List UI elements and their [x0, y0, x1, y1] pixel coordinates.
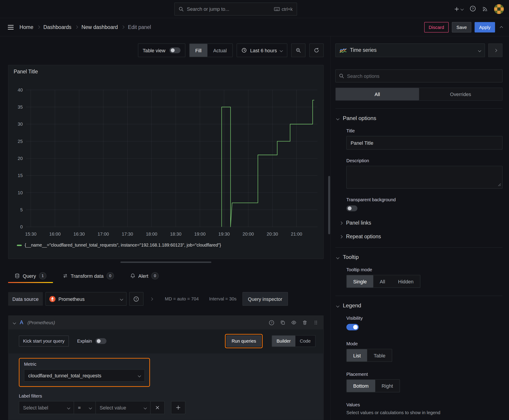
tooltip-header[interactable]: Tooltip	[335, 254, 502, 261]
metric-value: cloudflared_tunnel_total_requests	[28, 373, 101, 378]
panel-links-row[interactable]: Panel links	[340, 220, 502, 226]
keyboard-icon	[274, 7, 280, 11]
description-label: Description	[346, 158, 502, 163]
fill-option[interactable]: Fill	[190, 44, 207, 57]
prometheus-icon	[49, 296, 55, 302]
breadcrumb-new-dashboard[interactable]: New dashboard	[82, 24, 118, 30]
legend-series-label[interactable]: {__name__="cloudflared_tunnel_total_requ…	[25, 243, 221, 248]
values-field: Values Select values or calculations to …	[346, 402, 502, 415]
visualization-picker[interactable]: Time series	[335, 44, 485, 57]
grafana-logo[interactable]	[5, 3, 17, 15]
zoom-out-button[interactable]	[291, 44, 305, 57]
datasource-picker[interactable]: Prometheus	[45, 292, 127, 306]
help-button[interactable]	[470, 5, 476, 13]
tab-overrides[interactable]: Overrides	[419, 88, 502, 100]
select-label-dropdown[interactable]: Select label	[19, 401, 74, 414]
chevron-down-icon	[478, 49, 481, 52]
code-option[interactable]: Code	[295, 336, 315, 347]
search-input[interactable]	[187, 6, 270, 12]
svg-text:30: 30	[18, 122, 23, 127]
remove-filter-button[interactable]	[150, 401, 165, 414]
chart-legend: {__name__="cloudflared_tunnel_total_requ…	[8, 241, 323, 248]
tab-query[interactable]: Query 1	[8, 269, 53, 283]
datasource-help-button[interactable]	[129, 292, 144, 306]
collapse-query-icon[interactable]	[13, 321, 16, 324]
global-search[interactable]: ctrl+k	[174, 2, 297, 15]
query-help-icon[interactable]	[269, 320, 274, 325]
tab-transform-data[interactable]: Transform data 0	[56, 269, 121, 283]
collapse-header-button[interactable]	[500, 24, 502, 30]
add-filter-button[interactable]	[171, 401, 185, 414]
collapse-options-button[interactable]	[488, 44, 502, 57]
repeat-options-row[interactable]: Repeat options	[340, 233, 502, 239]
refresh-icon	[314, 48, 319, 53]
resize-corner-icon[interactable]	[498, 183, 501, 187]
values-label: Values	[346, 402, 502, 407]
builder-option[interactable]: Builder	[272, 336, 295, 347]
chevron-down-icon	[89, 406, 92, 409]
placement-right[interactable]: Right	[375, 380, 400, 392]
tab-alert[interactable]: Alert 0	[124, 269, 165, 283]
legend-mode-group: List Table	[346, 349, 392, 362]
chevron-right-icon	[494, 49, 497, 52]
user-avatar[interactable]	[494, 4, 504, 14]
transparent-background-toggle[interactable]	[346, 205, 357, 211]
select-label-placeholder: Select label	[23, 405, 48, 410]
legend-mode-list[interactable]: List	[347, 349, 367, 361]
placement-bottom[interactable]: Bottom	[347, 380, 375, 392]
tooltip-mode-group: Single All Hidden	[346, 275, 420, 288]
breadcrumb-dashboards[interactable]: Dashboards	[43, 24, 71, 30]
legend-mode-field: Mode List Table	[346, 341, 502, 362]
options-search[interactable]	[335, 69, 502, 82]
breadcrumb-bar: Home Dashboards New dashboard Edit panel…	[0, 18, 509, 36]
run-queries-button[interactable]: Run queries	[227, 336, 261, 347]
svg-text:20:00: 20:00	[243, 232, 254, 236]
chevron-down-icon	[336, 117, 339, 120]
actual-option[interactable]: Actual	[207, 44, 233, 57]
menu-toggle-button[interactable]	[8, 25, 14, 29]
add-menu-button[interactable]	[454, 6, 463, 11]
breadcrumb-home[interactable]: Home	[20, 24, 33, 30]
toggle-visibility-icon[interactable]	[291, 320, 296, 325]
refresh-button[interactable]	[309, 44, 324, 57]
duplicate-query-icon[interactable]	[280, 320, 285, 325]
tooltip-mode-single[interactable]: Single	[347, 275, 373, 288]
query-inspector-button[interactable]: Query inspector	[242, 292, 288, 306]
visualization-name: Time series	[350, 47, 377, 53]
legend-mode-table[interactable]: Table	[367, 349, 392, 361]
legend-header[interactable]: Legend	[335, 302, 502, 309]
bell-icon	[130, 273, 135, 278]
select-value-dropdown[interactable]: Select value	[95, 401, 151, 414]
resize-handle[interactable]	[121, 262, 211, 263]
tab-all[interactable]: All	[336, 88, 419, 100]
kick-start-button[interactable]: Kick start your query	[19, 336, 69, 347]
apply-button[interactable]: Apply	[475, 22, 495, 32]
description-textarea[interactable]	[346, 166, 502, 188]
panel-title-input[interactable]	[346, 136, 502, 150]
table-view-toggle[interactable]	[169, 47, 180, 53]
datasource-expand-button[interactable]	[146, 298, 157, 300]
save-button[interactable]: Save	[452, 22, 471, 32]
query-row-header[interactable]: A (Prometheus)	[8, 316, 323, 329]
tooltip-mode-hidden[interactable]: Hidden	[392, 275, 420, 288]
legend-visibility-toggle[interactable]	[346, 324, 359, 330]
max-datapoints-stat: MD = auto = 704	[165, 296, 199, 301]
scrollbar-thumb[interactable]	[328, 176, 330, 234]
query-row-actions	[269, 320, 319, 325]
news-button[interactable]	[482, 6, 487, 11]
chevron-down-icon	[120, 297, 123, 300]
panel-options-header[interactable]: Panel options	[335, 115, 502, 122]
discard-button[interactable]: Discard	[424, 22, 449, 32]
operator-dropdown[interactable]: =	[74, 401, 96, 414]
delete-query-icon[interactable]	[302, 320, 307, 325]
options-search-input[interactable]	[347, 73, 499, 79]
tooltip-mode-all[interactable]: All	[373, 275, 392, 288]
alert-count-badge: 0	[151, 272, 159, 279]
metric-select[interactable]: cloudflared_tunnel_total_requests	[24, 369, 145, 382]
time-range-picker[interactable]: Last 6 hours	[237, 44, 287, 57]
question-circle-icon	[134, 296, 139, 302]
chevron-down-icon	[336, 256, 339, 259]
explain-toggle[interactable]	[95, 338, 106, 344]
drag-handle-icon[interactable]	[313, 320, 319, 325]
time-series-chart[interactable]: 051015202530354015:3016:0016:3017:0017:3…	[12, 78, 321, 240]
